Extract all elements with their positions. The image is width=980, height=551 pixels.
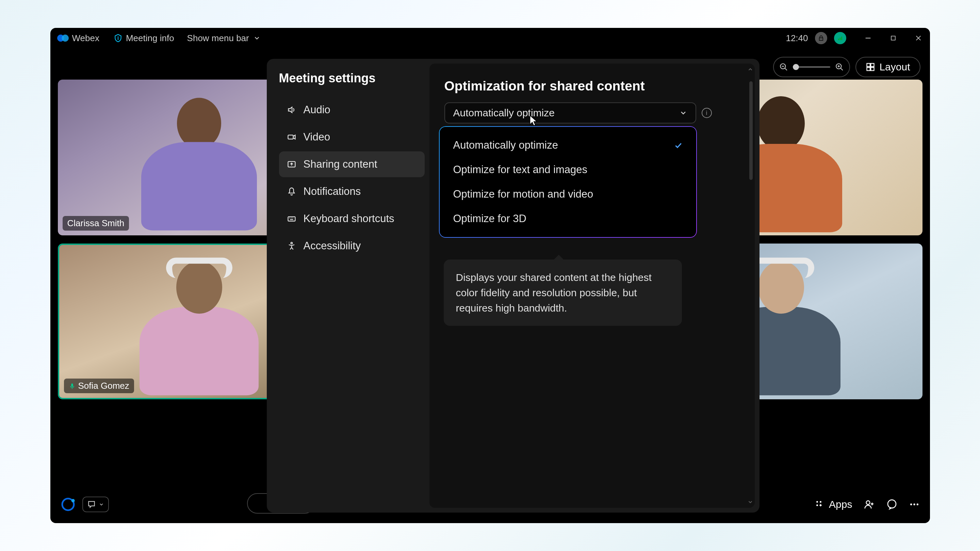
minimize-button[interactable] (863, 33, 873, 43)
option-tooltip: Displays your shared content at the high… (444, 259, 682, 326)
svg-point-43 (292, 218, 293, 218)
share-screen-icon (286, 159, 297, 169)
chat-icon (87, 500, 96, 509)
app-name: Webex (72, 33, 99, 43)
svg-point-31 (888, 500, 896, 508)
mouse-cursor (528, 114, 541, 127)
svg-point-24 (71, 499, 75, 502)
scrollbar-thumb[interactable] (749, 81, 753, 180)
svg-point-33 (913, 503, 915, 505)
modal-title: Meeting settings (279, 71, 425, 86)
svg-point-1 (62, 35, 69, 42)
nav-audio[interactable]: Audio (279, 97, 425, 123)
zoom-control[interactable] (773, 57, 850, 77)
svg-rect-37 (288, 135, 293, 139)
zoom-out-icon[interactable] (779, 63, 788, 71)
titlebar: Webex Meeting info Show menu bar 12:40 (50, 28, 930, 48)
meeting-info-button[interactable]: Meeting info (114, 33, 174, 43)
webex-logo-group: Webex (57, 32, 99, 44)
speaker-icon (286, 105, 297, 115)
meeting-info-label: Meeting info (126, 33, 174, 43)
svg-point-2 (118, 37, 118, 37)
option-motion-video[interactable]: Optimize for motion and video (440, 182, 696, 206)
zoom-slider[interactable] (793, 66, 830, 68)
svg-rect-3 (118, 38, 118, 40)
svg-point-26 (820, 501, 821, 503)
settings-sidebar: Meeting settings Audio Video Sharing con… (267, 59, 430, 513)
svg-point-28 (866, 501, 870, 504)
bell-icon (286, 186, 297, 197)
section-title: Optimization for shared content (444, 79, 740, 94)
meeting-settings-modal: Meeting settings Audio Video Sharing con… (267, 59, 759, 513)
svg-rect-5 (840, 38, 840, 40)
zoom-in-icon[interactable] (835, 63, 844, 71)
option-3d[interactable]: Optimize for 3D (440, 206, 696, 231)
svg-point-44 (291, 243, 292, 244)
window-controls (863, 33, 923, 43)
svg-point-32 (910, 503, 912, 505)
nav-notifications[interactable]: Notifications (279, 179, 425, 205)
chevron-down-icon (253, 34, 261, 42)
apps-button[interactable]: Apps (815, 499, 852, 510)
show-menu-bar-button[interactable]: Show menu bar (187, 33, 261, 43)
webex-logo-icon (57, 32, 69, 44)
option-text-images[interactable]: Optimize for text and images (440, 157, 696, 182)
scroll-down-arrow[interactable] (747, 499, 753, 505)
layout-label: Layout (879, 61, 910, 73)
svg-rect-4 (838, 39, 839, 40)
grid-icon (865, 62, 875, 72)
close-window-button[interactable] (914, 33, 923, 43)
svg-point-42 (291, 218, 291, 218)
svg-point-25 (816, 501, 818, 503)
check-icon (674, 141, 682, 150)
clock: 12:40 (786, 33, 808, 43)
svg-rect-6 (841, 37, 842, 40)
chevron-down-icon (679, 109, 687, 117)
svg-point-41 (289, 218, 290, 218)
optimization-select[interactable]: Automatically optimize (444, 102, 696, 124)
nav-video[interactable]: Video (279, 124, 425, 150)
info-icon[interactable]: i (702, 108, 712, 118)
lock-icon[interactable] (815, 32, 827, 44)
svg-point-34 (916, 503, 918, 505)
accessibility-icon (286, 241, 297, 251)
svg-rect-19 (871, 64, 874, 67)
option-auto-optimize[interactable]: Automatically optimize (440, 133, 696, 157)
svg-rect-39 (288, 217, 295, 221)
svg-line-17 (841, 68, 843, 70)
svg-rect-18 (867, 64, 870, 67)
mic-icon (69, 383, 76, 389)
apps-grid-icon (815, 499, 825, 510)
participant-name-label: Clarissa Smith (63, 216, 129, 230)
svg-rect-21 (871, 67, 874, 70)
settings-content-panel: Optimization for shared content Automati… (430, 64, 755, 508)
participants-icon[interactable] (864, 499, 875, 510)
keyboard-icon (286, 214, 297, 224)
maximize-button[interactable] (888, 33, 898, 43)
nav-sharing-content[interactable]: Sharing content (279, 151, 425, 177)
participant-name-label: Sofia Gomez (64, 379, 134, 393)
brand-mark-icon[interactable] (60, 497, 76, 512)
nav-accessibility[interactable]: Accessibility (279, 233, 425, 259)
titlebar-right: 12:40 (786, 32, 923, 44)
chat-button[interactable] (82, 497, 109, 512)
chevron-down-icon (99, 502, 104, 507)
svg-point-27 (816, 504, 818, 506)
svg-line-13 (785, 68, 788, 70)
more-icon[interactable] (909, 499, 920, 510)
svg-rect-22 (71, 383, 73, 387)
info-shield-icon (114, 34, 123, 43)
apps-label: Apps (829, 499, 852, 510)
svg-rect-20 (867, 67, 870, 70)
scroll-up-arrow[interactable] (747, 66, 753, 73)
show-menu-label: Show menu bar (187, 33, 249, 43)
camera-icon (286, 132, 297, 142)
network-status-icon[interactable] (834, 32, 846, 44)
chat-bubble-icon[interactable] (886, 499, 897, 510)
optimization-dropdown: Automatically optimize Optimize for text… (439, 126, 697, 238)
svg-rect-8 (891, 36, 895, 40)
layout-button[interactable]: Layout (856, 57, 920, 77)
app-window: Webex Meeting info Show menu bar 12:40 (50, 28, 930, 523)
nav-keyboard-shortcuts[interactable]: Keyboard shortcuts (279, 206, 425, 232)
